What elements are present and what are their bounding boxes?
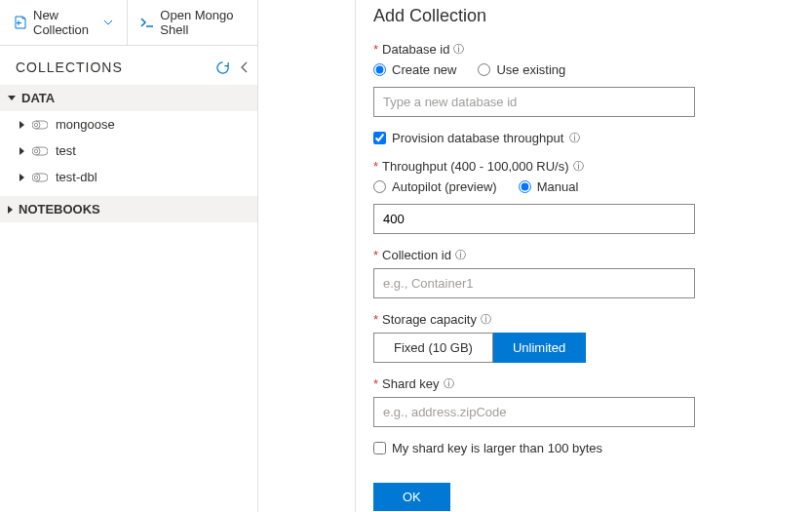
info-icon[interactable]: ⓘ (569, 131, 580, 145)
caret-right-icon (19, 174, 24, 181)
info-icon[interactable]: ⓘ (455, 248, 466, 262)
svg-point-2 (32, 147, 40, 155)
svg-point-5 (34, 176, 38, 179)
middle-pane (258, 0, 356, 512)
storage-unlimited-option[interactable]: Unlimited (493, 333, 586, 363)
storage-capacity-label: * Storage capacity ⓘ (373, 312, 794, 327)
new-collection-button[interactable]: New Collection (0, 0, 127, 45)
required-marker: * (373, 376, 378, 391)
create-new-radio[interactable]: Create new (373, 62, 456, 77)
collapse-icon[interactable] (240, 61, 250, 73)
autopilot-radio-input[interactable] (373, 180, 386, 193)
ok-button[interactable]: OK (373, 483, 450, 511)
new-collection-icon (14, 16, 27, 29)
manual-radio-input[interactable] (519, 180, 531, 193)
storage-capacity-toggle: Fixed (10 GB) Unlimited (373, 333, 794, 363)
notebooks-group-label: NOTEBOOKS (19, 202, 100, 217)
collections-header: COLLECTIONS (0, 46, 257, 85)
provision-throughput-input[interactable] (373, 132, 386, 144)
add-collection-panel: Add Collection * Database id ⓘ Create ne… (356, 0, 812, 512)
required-marker: * (373, 312, 378, 327)
svg-point-0 (32, 121, 40, 129)
caret-right-icon (19, 121, 24, 129)
large-shard-key-input[interactable] (373, 442, 386, 454)
shard-key-label: * Shard key ⓘ (373, 376, 794, 391)
use-existing-radio-input[interactable] (478, 63, 490, 76)
create-new-radio-input[interactable] (373, 63, 386, 76)
throughput-label: * Throughput (400 - 100,000 RU/s) ⓘ (373, 159, 794, 174)
database-id-label: * Database id ⓘ (373, 42, 794, 57)
caret-right-icon (19, 147, 24, 155)
svg-point-3 (34, 149, 38, 153)
required-marker: * (373, 159, 378, 174)
database-icon (32, 172, 48, 183)
info-icon[interactable]: ⓘ (481, 312, 491, 327)
info-icon[interactable]: ⓘ (444, 376, 454, 391)
panel-title: Add Collection (373, 6, 794, 26)
new-collection-label: New Collection (33, 8, 97, 37)
database-label: test-dbl (56, 170, 97, 184)
collection-id-label: * Collection id ⓘ (373, 248, 794, 262)
shell-icon (140, 16, 154, 29)
shard-key-input[interactable] (373, 397, 695, 427)
database-id-input[interactable] (373, 87, 695, 117)
provision-throughput-checkbox[interactable]: Provision database throughput ⓘ (373, 131, 794, 145)
caret-down-icon (8, 96, 16, 100)
storage-fixed-option[interactable]: Fixed (10 GB) (373, 333, 493, 363)
caret-right-icon (8, 206, 13, 214)
data-group-header[interactable]: DATA (0, 85, 257, 111)
info-icon[interactable]: ⓘ (573, 159, 584, 174)
open-shell-button[interactable]: Open Mongo Shell (127, 0, 257, 45)
autopilot-radio[interactable]: Autopilot (preview) (373, 179, 497, 194)
large-shard-key-checkbox[interactable]: My shard key is larger than 100 bytes (373, 441, 794, 455)
top-toolbar: New Collection Open Mongo Shell (0, 0, 257, 46)
required-marker: * (373, 42, 378, 57)
collections-title: COLLECTIONS (16, 59, 123, 75)
database-label: test (56, 143, 76, 158)
use-existing-radio[interactable]: Use existing (478, 62, 565, 77)
collection-id-input[interactable] (373, 268, 695, 298)
manual-radio[interactable]: Manual (519, 179, 579, 194)
database-item[interactable]: mongoose (0, 111, 257, 138)
database-label: mongoose (56, 117, 115, 132)
required-marker: * (373, 248, 378, 262)
info-icon[interactable]: ⓘ (453, 42, 464, 57)
svg-point-1 (34, 123, 38, 127)
data-group-label: DATA (21, 91, 55, 105)
throughput-input[interactable] (373, 204, 695, 234)
open-shell-label: Open Mongo Shell (160, 8, 244, 37)
database-icon (32, 119, 48, 131)
chevron-down-icon (103, 18, 113, 27)
notebooks-group-header[interactable]: NOTEBOOKS (0, 196, 257, 222)
refresh-icon[interactable] (215, 60, 230, 75)
database-item[interactable]: test-dbl (0, 164, 257, 190)
database-icon (32, 145, 48, 157)
svg-point-4 (32, 174, 40, 181)
database-item[interactable]: test (0, 138, 257, 164)
